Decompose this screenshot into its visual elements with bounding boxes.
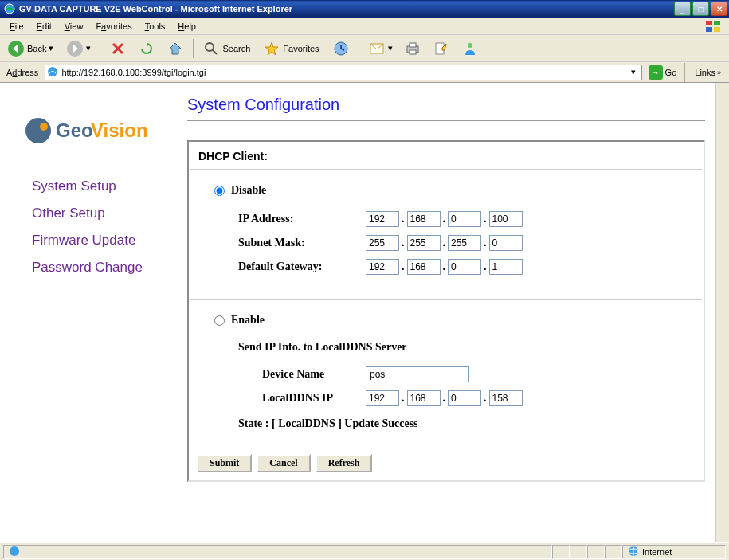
svg-rect-4 <box>714 27 720 32</box>
refresh-icon <box>138 40 155 57</box>
print-button[interactable] <box>400 37 425 60</box>
ddns-sub-label: Send IP Info. to LocalDDNS Server <box>238 341 686 354</box>
brand-logo: Geo Vision <box>8 115 171 147</box>
svg-text:Vision: Vision <box>91 119 148 141</box>
svg-rect-13 <box>410 50 416 54</box>
gw-octet-3[interactable] <box>448 259 481 275</box>
main-panel: System Configuration DHCP Client: Disabl… <box>179 83 729 542</box>
localddns-ip-label: LocalDDNS IP <box>262 392 366 405</box>
ip-octet-1[interactable] <box>366 211 399 227</box>
gw-octet-1[interactable] <box>366 259 399 275</box>
svg-rect-3 <box>706 27 712 32</box>
chevron-down-icon: ▾ <box>49 43 53 53</box>
back-label: Back <box>27 44 46 53</box>
chevron-down-icon: ▾ <box>86 43 91 53</box>
nav-password-change[interactable]: Password Change <box>8 260 171 276</box>
submit-button[interactable]: Submit <box>197 454 252 472</box>
svg-point-15 <box>468 43 472 48</box>
window-titlebar: GV-DATA CAPTURE V2E WebControl - Microso… <box>0 0 729 18</box>
mask-octet-3[interactable] <box>448 235 481 251</box>
nav-system-setup[interactable]: System Setup <box>8 178 171 194</box>
disable-label: Disable <box>231 184 266 197</box>
svg-point-17 <box>25 118 51 143</box>
gateway-label: Default Gateway: <box>238 260 366 273</box>
print-icon <box>404 40 421 57</box>
ddns-octet-1[interactable] <box>366 390 399 406</box>
refresh-button[interactable] <box>134 37 159 60</box>
svg-point-18 <box>40 123 48 131</box>
nav-other-setup[interactable]: Other Setup <box>8 206 171 221</box>
enable-label: Enable <box>231 314 265 327</box>
history-button[interactable] <box>328 37 354 60</box>
home-icon <box>167 40 184 57</box>
maximize-button[interactable]: □ <box>692 2 709 16</box>
radio-disable[interactable] <box>214 186 225 196</box>
search-label: Search <box>222 44 250 53</box>
links-button[interactable]: Links » <box>690 68 726 77</box>
vertical-scrollbar[interactable] <box>715 83 729 542</box>
stop-icon <box>109 40 127 57</box>
mask-octet-2[interactable] <box>407 235 441 251</box>
home-button[interactable] <box>163 37 188 60</box>
favorites-button[interactable]: Favorites <box>259 37 324 60</box>
svg-rect-2 <box>714 21 720 25</box>
address-label: Address <box>3 68 41 77</box>
ddns-octet-4[interactable] <box>489 390 523 406</box>
toolbar: Back ▾ ▾ Search Favorites <box>0 35 729 62</box>
ip-octet-4[interactable] <box>489 211 523 227</box>
device-name-input[interactable] <box>366 366 469 382</box>
minimize-button[interactable]: _ <box>674 2 691 16</box>
back-icon <box>7 40 25 57</box>
edit-icon <box>433 40 450 57</box>
svg-point-21 <box>10 546 19 556</box>
gw-octet-2[interactable] <box>407 259 441 275</box>
search-button[interactable]: Search <box>198 37 256 60</box>
config-form: DHCP Client: Disable IP Address: . . . <box>187 140 705 482</box>
address-bar: Address ▾ → Go Links » <box>0 62 729 83</box>
ip-octet-2[interactable] <box>407 211 441 227</box>
back-button[interactable]: Back ▾ <box>3 37 59 60</box>
ip-octet-3[interactable] <box>448 211 481 227</box>
menu-help[interactable]: Help <box>171 20 202 33</box>
mask-octet-1[interactable] <box>366 235 399 251</box>
refresh-form-button[interactable]: Refresh <box>316 454 373 472</box>
star-icon <box>263 40 280 57</box>
menu-view[interactable]: View <box>58 20 90 33</box>
status-zone: Internet <box>622 545 726 559</box>
svg-line-8 <box>213 50 217 54</box>
status-pane-3 <box>587 545 605 559</box>
cancel-button[interactable]: Cancel <box>257 454 310 472</box>
forward-button[interactable]: ▾ <box>62 37 95 60</box>
ddns-octet-2[interactable] <box>407 390 441 406</box>
history-icon <box>332 40 350 57</box>
menu-favorites[interactable]: Favorites <box>89 20 138 33</box>
menu-tools[interactable]: Tools <box>139 20 172 33</box>
mask-octet-4[interactable] <box>489 235 523 251</box>
address-input-wrapper[interactable]: ▾ <box>45 65 641 80</box>
ie-app-icon <box>3 2 16 15</box>
dhcp-header: DHCP Client: <box>190 143 702 170</box>
nav-firmware-update[interactable]: Firmware Update <box>8 233 171 249</box>
svg-point-7 <box>206 43 214 51</box>
windows-flag-icon <box>702 18 726 34</box>
menu-edit[interactable]: Edit <box>30 20 58 33</box>
page-title: System Configuration <box>187 96 705 114</box>
page-icon <box>47 66 58 79</box>
address-input[interactable] <box>58 68 626 77</box>
ddns-octet-3[interactable] <box>448 390 481 406</box>
gw-octet-4[interactable] <box>489 259 523 275</box>
edit-page-button[interactable] <box>429 37 454 60</box>
menu-file[interactable]: File <box>3 20 30 33</box>
ip-address-label: IP Address: <box>238 213 366 225</box>
go-button[interactable]: → Go <box>645 65 680 80</box>
messenger-button[interactable] <box>457 37 483 60</box>
subnet-label: Subnet Mask: <box>238 237 366 249</box>
status-pane-2 <box>570 545 587 559</box>
radio-enable[interactable] <box>214 315 225 326</box>
page-content: Geo Vision System Setup Other Setup Firm… <box>0 83 729 542</box>
stop-button[interactable] <box>105 37 131 60</box>
close-button[interactable]: ✕ <box>711 2 727 16</box>
address-dropdown-icon[interactable]: ▾ <box>627 67 640 77</box>
mail-button[interactable]: ▾ <box>364 37 397 60</box>
menu-bar: File Edit View Favorites Tools Help <box>0 18 729 35</box>
